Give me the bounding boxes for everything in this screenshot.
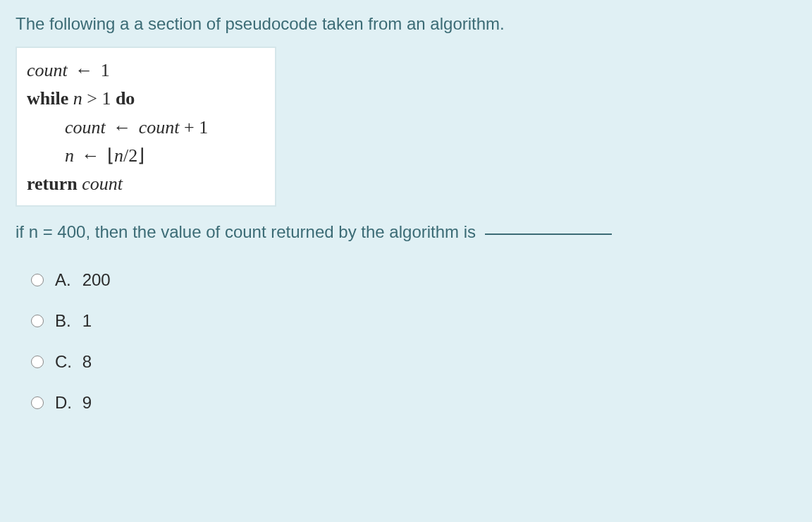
option-row[interactable]: D. 9 [31, 393, 796, 413]
option-radio-c[interactable] [31, 356, 44, 368]
option-letter: D. [55, 393, 78, 413]
assign-arrow-icon: ← [79, 142, 103, 170]
code-keyword: do [116, 88, 135, 109]
question-intro: The following a a section of pseudocode … [16, 14, 796, 34]
blank-line [485, 233, 612, 235]
code-line-3: count ← count + 1 [27, 114, 265, 142]
code-line-5: return count [27, 170, 265, 198]
floor-right-icon: ⌋ [137, 145, 144, 166]
option-text: 200 [82, 270, 111, 289]
option-text: 9 [82, 393, 92, 412]
assign-arrow-icon: ← [110, 114, 134, 142]
code-var: n [65, 145, 74, 166]
option-letter: B. [55, 311, 78, 331]
option-letter: C. [55, 352, 78, 372]
option-radio-a[interactable] [31, 274, 44, 286]
option-row[interactable]: C. 8 [31, 352, 796, 372]
option-label: B. 1 [55, 311, 92, 331]
code-var: count [27, 60, 68, 80]
option-label: C. 8 [55, 352, 92, 372]
question-text: if n = 400, then the value of count retu… [16, 222, 481, 241]
code-line-1: count ← 1 [27, 56, 265, 85]
code-var: count [82, 174, 123, 194]
options-list: A. 200 B. 1 C. 8 D. 9 [16, 270, 796, 413]
option-radio-b[interactable] [31, 315, 44, 327]
code-text: > 1 [82, 88, 116, 109]
code-var: count [65, 117, 106, 138]
code-keyword: while [27, 88, 68, 109]
assign-arrow-icon: ← [72, 56, 96, 85]
code-var: n [114, 145, 123, 166]
option-row[interactable]: A. 200 [31, 270, 796, 290]
code-var: count [139, 117, 180, 138]
question-prompt: if n = 400, then the value of count retu… [16, 222, 796, 242]
floor-left-icon: ⌊ [107, 145, 114, 166]
option-text: 1 [82, 311, 92, 330]
code-literal: 1 [101, 60, 110, 80]
option-letter: A. [55, 270, 78, 290]
code-text: /2 [123, 145, 137, 166]
option-label: D. 9 [55, 393, 92, 413]
option-text: 8 [82, 352, 92, 371]
code-text: + 1 [180, 117, 209, 138]
code-var: n [73, 88, 82, 109]
option-radio-d[interactable] [31, 396, 44, 409]
code-keyword: return [27, 174, 78, 194]
pseudocode-block: count ← 1 while n > 1 do count ← count +… [16, 47, 276, 207]
option-row[interactable]: B. 1 [31, 311, 796, 331]
code-line-4: n ← ⌊n/2⌋ [27, 142, 265, 170]
code-line-2: while n > 1 do [27, 85, 265, 113]
option-label: A. 200 [55, 270, 111, 290]
